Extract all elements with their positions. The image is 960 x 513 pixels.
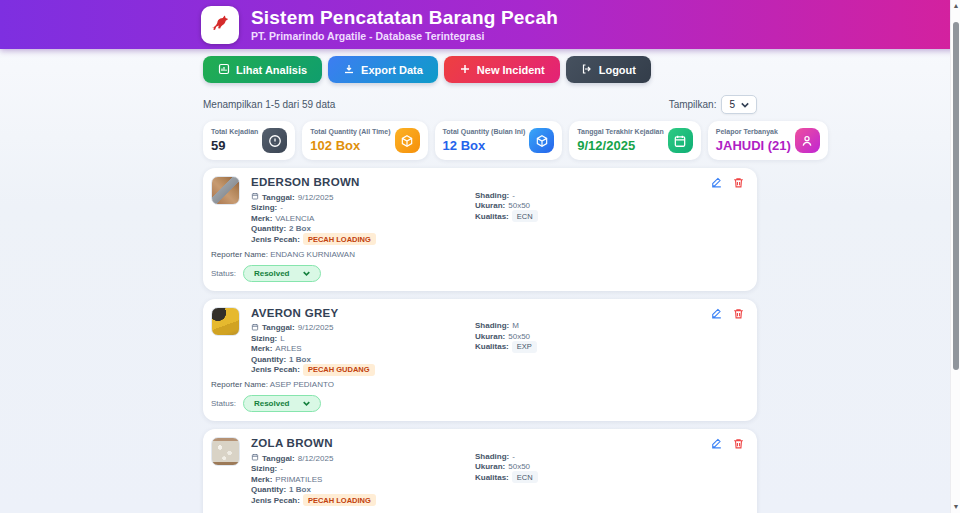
edit-button[interactable] <box>710 176 723 189</box>
edit-button[interactable] <box>710 437 723 450</box>
leaping-horse-icon <box>208 11 232 39</box>
calendar-icon <box>251 453 259 463</box>
showing-count-text: Menampilkan 1-5 dari 59 data <box>203 99 335 110</box>
incident-photo <box>211 176 240 205</box>
field-label: Ukuran: <box>475 201 505 210</box>
logout-button[interactable]: Logout <box>566 56 651 83</box>
field-label: Jenis Pecah: <box>251 496 300 505</box>
field-label: Shading: <box>475 321 509 330</box>
button-label: Export Data <box>361 64 423 76</box>
field-label: Reporter Name: <box>211 380 268 389</box>
button-label: New Incident <box>477 64 545 76</box>
alert-circle-icon <box>262 128 287 153</box>
reporter-name: ASEP PEDIANTO <box>270 380 334 389</box>
button-label: Lihat Analisis <box>236 64 307 76</box>
stat-label: Pelapor Terbanyak <box>716 128 791 135</box>
field-label: Status: <box>211 269 236 278</box>
scrollbar[interactable]: ▲ ▼ <box>950 0 960 513</box>
field-label: Tanggal: <box>262 323 295 332</box>
field-label: Quantity: <box>251 485 286 494</box>
kualitas-badge: EXP <box>512 341 537 353</box>
field-value: 50x50 <box>508 462 530 471</box>
meta-row: Menampilkan 1-5 dari 59 data Tampilkan: … <box>203 95 757 114</box>
incident-photo <box>211 437 240 466</box>
reporter-name: ENDANG KURNIAWAN <box>270 250 355 259</box>
incident-name: EDERSON BROWN <box>251 176 747 188</box>
stat-label: Tanggal Terakhir Kejadian <box>577 128 664 135</box>
field-value: - <box>280 203 283 212</box>
jenis-pecah-badge: PECAH LOADING <box>303 494 376 506</box>
export-data-button[interactable]: Export Data <box>328 56 438 83</box>
app-page: Sistem Pencatatan Barang Pecah PT. Prima… <box>0 0 960 513</box>
stat-quantity-all-time: Total Quantity (All Time) 102 Box <box>302 121 427 160</box>
stats-row: Total Kejadian 59 Total Quantity (All Ti… <box>203 121 757 160</box>
per-page-select[interactable]: 5 <box>721 95 757 114</box>
stat-value: 9/12/2025 <box>577 138 664 153</box>
person-icon <box>795 128 820 153</box>
field-label: Merk: <box>251 475 272 484</box>
logout-icon <box>581 63 593 77</box>
calendar-icon <box>668 128 693 153</box>
stat-top-reporter: Pelapor Terbanyak JAHUDI (21) <box>708 121 828 160</box>
field-label: Sizing: <box>251 334 277 343</box>
field-value: PRIMATILES <box>275 475 322 484</box>
kualitas-badge: ECN <box>512 210 538 222</box>
field-value: 9/12/2025 <box>298 193 334 202</box>
calendar-icon <box>251 323 259 333</box>
field-label: Tanggal: <box>262 454 295 463</box>
incident-card: AVERON GREY Tanggal:9/12/2025 Sizing:L M… <box>203 299 757 422</box>
incident-photo <box>211 307 240 336</box>
page-subtitle: PT. Primarindo Argatile - Database Terin… <box>251 30 558 42</box>
calendar-icon <box>251 192 259 202</box>
field-value: ARLES <box>275 344 301 353</box>
field-label: Ukuran: <box>475 332 505 341</box>
field-value: L <box>280 334 284 343</box>
scroll-down-icon[interactable]: ▼ <box>951 502 960 512</box>
chevron-down-icon <box>303 269 310 278</box>
status-value: Resolved <box>254 269 290 278</box>
field-label: Quantity: <box>251 355 286 364</box>
field-value: 1 Box <box>289 355 311 364</box>
field-label: Kualitas: <box>475 473 509 482</box>
field-label: Merk: <box>251 214 272 223</box>
field-value: 1 Box <box>289 485 311 494</box>
field-label: Sizing: <box>251 464 277 473</box>
show-per-page-label: Tampilkan: <box>669 99 717 110</box>
incident-card: ZOLA BROWN Tanggal:8/12/2025 Sizing:- Me… <box>203 429 757 513</box>
field-label: Merk: <box>251 344 272 353</box>
bar-chart-icon <box>218 63 230 77</box>
stat-value: 102 Box <box>310 138 390 153</box>
field-label: Reporter Name: <box>211 250 268 259</box>
stat-value: 59 <box>211 138 258 153</box>
package-icon <box>529 128 554 153</box>
delete-button[interactable] <box>732 176 745 189</box>
field-value: 50x50 <box>508 201 530 210</box>
stat-label: Total Quantity (All Time) <box>310 128 390 135</box>
field-label: Kualitas: <box>475 342 509 351</box>
page-title: Sistem Pencatatan Barang Pecah <box>251 7 558 28</box>
view-analysis-button[interactable]: Lihat Analisis <box>203 56 322 83</box>
download-icon <box>343 63 355 77</box>
field-label: Shading: <box>475 452 509 461</box>
toolbar: Lihat Analisis Export Data New Incident … <box>203 56 757 83</box>
delete-button[interactable] <box>732 307 745 320</box>
chevron-down-icon <box>741 99 749 110</box>
scroll-up-icon[interactable]: ▲ <box>951 1 960 11</box>
field-value: - <box>512 452 515 461</box>
new-incident-button[interactable]: New Incident <box>444 56 560 83</box>
scrollbar-thumb[interactable] <box>953 22 959 370</box>
button-label: Logout <box>599 64 636 76</box>
field-label: Kualitas: <box>475 212 509 221</box>
field-label: Jenis Pecah: <box>251 365 300 374</box>
stat-total-kejadian: Total Kejadian 59 <box>203 121 295 160</box>
edit-button[interactable] <box>710 307 723 320</box>
status-select[interactable]: Resolved <box>243 395 322 412</box>
field-value: - <box>280 464 283 473</box>
field-value: 9/12/2025 <box>298 323 334 332</box>
incident-card: EDERSON BROWN Tanggal:9/12/2025 Sizing:-… <box>203 168 757 291</box>
status-select[interactable]: Resolved <box>243 265 322 282</box>
jenis-pecah-badge: PECAH LOADING <box>303 233 376 245</box>
app-header: Sistem Pencatatan Barang Pecah PT. Prima… <box>0 0 960 49</box>
delete-button[interactable] <box>732 437 745 450</box>
field-label: Jenis Pecah: <box>251 235 300 244</box>
